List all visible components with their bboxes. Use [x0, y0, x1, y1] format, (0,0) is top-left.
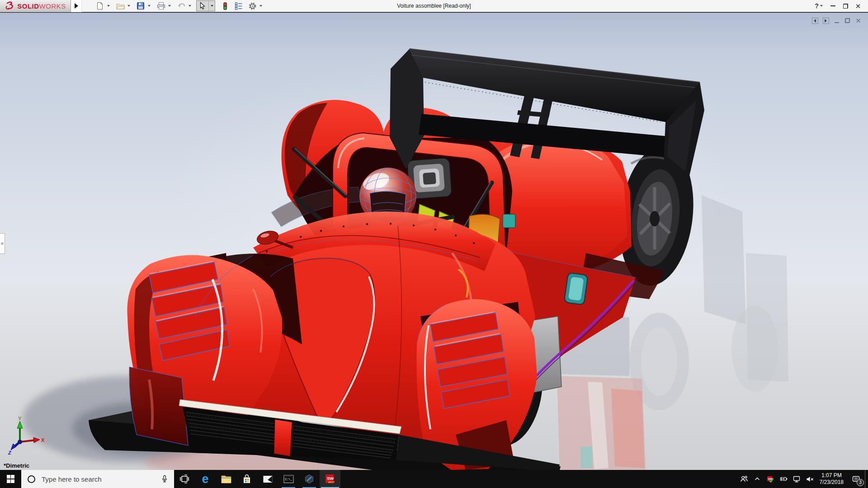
select-tool-dropdown[interactable] — [208, 1, 215, 11]
command-prompt-text: C:\_ — [285, 478, 292, 481]
network-button[interactable] — [790, 470, 803, 488]
taskbar-search[interactable]: Type here to search — [21, 470, 174, 488]
screen: SOLIDWORKS — [0, 0, 868, 488]
orientation-triad: Y X Z — [7, 417, 46, 455]
sw-icon-year: 2017 — [328, 481, 335, 483]
graphics-viewport[interactable]: ✕ Y X Z *Dimetric — [0, 13, 868, 470]
new-document-dropdown[interactable] — [105, 1, 111, 11]
action-center-button[interactable]: 3 — [847, 470, 865, 488]
save-button[interactable] — [135, 1, 146, 11]
people-button[interactable] — [738, 470, 751, 488]
taskbar-app-microsoft-store[interactable] — [236, 470, 257, 488]
triad-y-label: Y — [18, 417, 22, 421]
save-icon — [137, 2, 145, 10]
close-icon: ✕ — [855, 17, 861, 24]
taskbar-app-file-explorer[interactable] — [216, 470, 236, 488]
taskbar-app-hexagon[interactable] — [299, 470, 320, 488]
mail-icon — [262, 474, 274, 484]
solidworks-logo: SOLIDWORKS — [0, 0, 71, 12]
save-dropdown[interactable] — [146, 1, 152, 11]
left-fender-endplate — [129, 367, 188, 446]
pane-tab-dot-icon — [1, 242, 4, 245]
print-button[interactable] — [156, 1, 166, 11]
window-title: Voiture assomblee [Read-only] — [397, 0, 471, 12]
menu-flyout-button[interactable] — [71, 0, 82, 12]
windows-logo-icon — [7, 475, 15, 483]
taskbar-app-edge[interactable]: e — [195, 470, 216, 488]
taskbar-app-mail[interactable] — [257, 470, 278, 488]
new-document-button[interactable] — [94, 1, 105, 11]
document-restore-button[interactable] — [844, 17, 851, 24]
start-button[interactable] — [0, 470, 21, 488]
people-icon — [740, 475, 748, 483]
solidworks-status-button[interactable]: SW — [764, 470, 777, 488]
undo-dropdown[interactable] — [187, 1, 193, 11]
show-desktop-button[interactable] — [865, 470, 868, 488]
rebuild-button[interactable] — [220, 1, 231, 11]
restore-button[interactable] — [839, 0, 852, 12]
clock-time: 1:07 PM — [821, 472, 842, 479]
file-properties-icon — [235, 2, 243, 10]
options-gear-icon — [248, 2, 257, 10]
model-render — [0, 13, 868, 470]
taskbar-app-command-prompt[interactable]: C:\_ — [278, 470, 299, 488]
new-document-icon — [96, 2, 104, 10]
hexagon-app-icon — [304, 474, 315, 484]
hidden-icons-button[interactable] — [751, 470, 764, 488]
volume-button[interactable] — [803, 470, 816, 488]
battery-button[interactable] — [777, 470, 790, 488]
cockpit-teal-duct — [503, 214, 515, 228]
taskbar-app-task-view[interactable] — [174, 470, 195, 488]
rebuild-traffic-light-icon — [222, 2, 229, 10]
search-placeholder: Type here to search — [42, 475, 160, 483]
taskbar: Type here to search e — [0, 470, 868, 488]
flyout-arrow-icon — [75, 3, 78, 9]
close-icon: ✕ — [855, 3, 861, 9]
file-properties-button[interactable] — [233, 1, 244, 11]
open-dropdown[interactable] — [126, 1, 132, 11]
view-orientation-label: *Dimetric — [4, 462, 29, 469]
close-button[interactable]: ✕ — [852, 0, 864, 12]
next-window-button[interactable] — [822, 17, 829, 24]
sw-icon-text: SW — [327, 476, 334, 481]
volume-muted-icon — [806, 476, 814, 483]
next-window-icon — [825, 19, 827, 23]
taskbar-clock[interactable]: 1:07 PM 7/23/2018 — [816, 470, 847, 488]
file-explorer-icon — [221, 474, 232, 484]
microphone-icon[interactable] — [160, 475, 169, 483]
select-cursor-icon — [199, 2, 206, 10]
triad-x-label: X — [41, 437, 45, 443]
help-dropdown-icon — [820, 5, 823, 7]
options-button[interactable] — [247, 1, 258, 11]
system-tray: SW — [738, 470, 868, 488]
help-icon: ? — [815, 2, 819, 9]
task-view-icon — [179, 474, 190, 484]
microsoft-store-icon — [241, 474, 252, 484]
document-close-button[interactable]: ✕ — [855, 17, 862, 24]
cortana-icon — [28, 475, 35, 483]
solidworks-status-icon: SW — [766, 475, 774, 483]
open-button[interactable] — [115, 1, 126, 11]
open-icon — [116, 2, 125, 10]
select-tool-button[interactable] — [197, 1, 208, 11]
taskbar-apps: e — [174, 470, 340, 488]
print-dropdown[interactable] — [166, 1, 172, 11]
previous-window-button[interactable] — [811, 17, 818, 24]
previous-window-icon — [814, 19, 816, 23]
minimize-icon — [835, 22, 839, 23]
network-icon — [793, 475, 801, 483]
restore-icon — [845, 18, 850, 23]
help-button[interactable]: ? — [811, 0, 826, 12]
minimize-button[interactable] — [826, 0, 839, 12]
document-minimize-button[interactable] — [833, 17, 840, 24]
titlebar: SOLIDWORKS — [0, 0, 868, 12]
logo-text-works: WORKS — [39, 2, 66, 10]
options-dropdown[interactable] — [258, 1, 264, 11]
undo-button[interactable] — [176, 1, 187, 11]
solidworks-wordmark: SOLIDWORKS — [17, 2, 66, 10]
feature-pane-collapsed-tab[interactable] — [0, 233, 5, 254]
triad-z-label: Z — [8, 450, 12, 455]
clock-date: 7/23/2018 — [820, 479, 844, 486]
document-window-controls: ✕ — [811, 17, 862, 24]
taskbar-app-solidworks[interactable]: SW 2017 — [320, 470, 340, 488]
